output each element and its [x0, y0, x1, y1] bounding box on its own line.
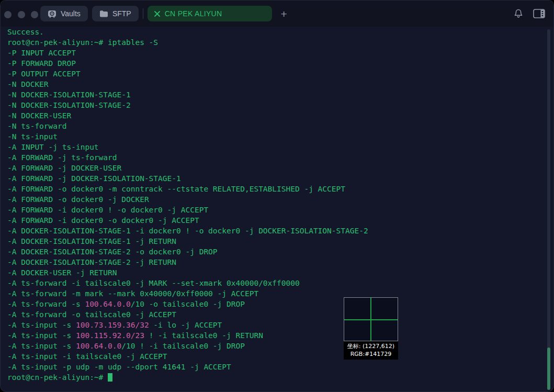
terminal-line: -N DOCKER [7, 79, 544, 89]
terminal-line: -A DOCKER-ISOLATION-STAGE-1 -i docker0 !… [7, 226, 544, 236]
sidebar-toggle-icon[interactable] [533, 9, 545, 18]
terminal-line: -N DOCKER-ISOLATION-STAGE-1 [7, 89, 544, 100]
tab-cn-pek-aliyun[interactable]: CN PEK ALIYUN [148, 6, 272, 21]
new-tab-button[interactable]: + [278, 8, 290, 19]
tab-vaults[interactable]: Vaults [40, 6, 88, 21]
tab-sftp[interactable]: SFTP [92, 6, 139, 21]
terminal-line: -N ts-input [7, 131, 544, 142]
terminal-line: -A FORWARD -j ts-forward [7, 152, 544, 163]
terminal-line: -A DOCKER-ISOLATION-STAGE-2 -j RETURN [7, 257, 544, 267]
picker-magnifier [344, 297, 398, 341]
bell-icon[interactable] [513, 8, 524, 19]
coordinate-picker-overlay: 坐标: (1227,612) RGB:#141729 [344, 297, 398, 360]
terminal-line: -N DOCKER-ISOLATION-STAGE-2 [7, 100, 544, 110]
picker-coordinates: 坐标: (1227,612) [344, 342, 398, 350]
terminal-line: -A ts-input -i tailscale0 -j ACCEPT [7, 351, 544, 362]
terminal-line: -A ts-forward -i tailscale0 -j MARK --se… [7, 278, 544, 288]
terminal-line: -A ts-input -p udp -m udp --dport 41641 … [7, 362, 544, 372]
terminal-line: -A DOCKER-USER -j RETURN [7, 267, 544, 278]
terminal-line: -A ts-input -s 100.73.159.36/32 -i lo -j… [7, 320, 544, 330]
terminal-line: -A ts-input -s 100.115.92.0/23 ! -i tail… [7, 330, 544, 341]
picker-readout: 坐标: (1227,612) RGB:#141729 [344, 341, 398, 360]
traffic-light-minimize[interactable] [18, 11, 25, 18]
terminal-line: -A DOCKER-ISOLATION-STAGE-2 -o docker0 -… [7, 247, 544, 257]
traffic-light-close[interactable] [4, 11, 12, 18]
vault-icon [48, 9, 56, 18]
terminal-line: -P INPUT ACCEPT [7, 48, 544, 58]
terminal-line: -P OUTPUT ACCEPT [7, 69, 544, 79]
terminal-line: -A FORWARD -i docker0 ! -o docker0 -j AC… [7, 205, 544, 215]
terminal-line: -A FORWARD -j DOCKER-USER [7, 163, 544, 173]
terminal-app-window: Vaults SFTP CN PEK ALIYUN [0, 0, 554, 392]
terminal-screen[interactable]: Success.root@cn-pek-aliyun:~# iptables -… [7, 27, 544, 391]
tab-label: SFTP [112, 9, 131, 18]
terminal-line: -A ts-forward -s 100.64.0.0/10 -o tailsc… [7, 299, 544, 309]
plus-icon: + [281, 8, 287, 19]
terminal-line: -N ts-forward [7, 121, 544, 131]
terminal-line: -A ts-forward -m mark --mark 0x40000/0xf… [7, 288, 544, 299]
terminal-line: -A DOCKER-ISOLATION-STAGE-1 -j RETURN [7, 236, 544, 247]
terminal-line: -A ts-forward -o tailscale0 -j ACCEPT [7, 309, 544, 320]
titlebar: Vaults SFTP CN PEK ALIYUN [1, 1, 553, 27]
tab-separator [143, 8, 143, 19]
terminal-line: root@cn-pek-aliyun:~# [7, 372, 544, 383]
close-icon[interactable] [154, 10, 161, 17]
folder-icon [99, 10, 108, 18]
terminal-line: root@cn-pek-aliyun:~# iptables -S [7, 37, 544, 48]
titlebar-right-actions [513, 1, 545, 27]
picker-rgb-value: RGB:#141729 [344, 350, 398, 358]
terminal-line: -N DOCKER-USER [7, 110, 544, 121]
terminal-cursor [108, 373, 112, 382]
terminal-line: -A FORWARD -o docker0 -j DOCKER [7, 194, 544, 205]
tab-bar: Vaults SFTP CN PEK ALIYUN [40, 6, 290, 21]
terminal-line: Success. [7, 27, 544, 37]
terminal-line: -P FORWARD DROP [7, 58, 544, 69]
tab-label: Vaults [61, 9, 81, 18]
terminal-line: -A FORWARD -o docker0 -m conntrack --cts… [7, 184, 544, 194]
tab-label: CN PEK ALIYUN [165, 9, 222, 18]
terminal-line: -A FORWARD -j DOCKER-ISOLATION-STAGE-1 [7, 173, 544, 184]
traffic-light-zoom[interactable] [31, 11, 38, 18]
scrollbar-thumb[interactable] [547, 348, 550, 390]
crosshair-horizontal-line [344, 319, 398, 320]
terminal-line: -A INPUT -j ts-input [7, 142, 544, 152]
terminal-line: -A ts-input -s 100.64.0.0/10 ! -i tailsc… [7, 341, 544, 351]
terminal-line: -A FORWARD -i docker0 -o docker0 -j ACCE… [7, 215, 544, 226]
scrollbar-track[interactable] [547, 29, 550, 389]
